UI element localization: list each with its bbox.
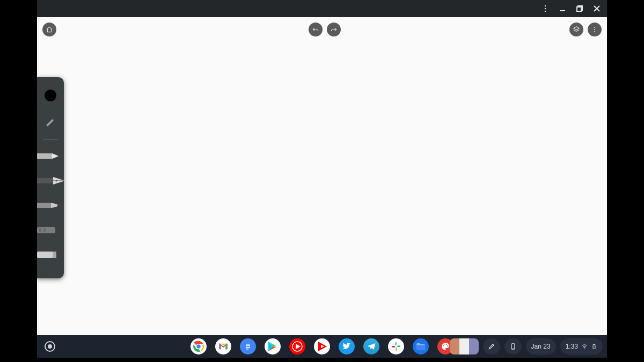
svg-rect-34 <box>246 349 248 350</box>
app-youtube-music[interactable] <box>289 338 305 354</box>
svg-point-1 <box>545 8 546 9</box>
svg-rect-14 <box>37 178 53 183</box>
fountain-pen-tool[interactable] <box>37 170 64 191</box>
app-chrome[interactable] <box>191 338 207 354</box>
svg-rect-21 <box>39 228 41 232</box>
svg-point-2 <box>545 11 546 12</box>
layers-button[interactable] <box>569 23 583 36</box>
chisel-tool[interactable] <box>37 219 64 241</box>
shelf-date: Jan 23 <box>531 343 551 350</box>
battery-icon <box>591 343 597 350</box>
window-restore-button[interactable] <box>575 4 584 13</box>
svg-rect-18 <box>37 203 51 208</box>
svg-point-11 <box>594 31 595 32</box>
tool-divider <box>43 139 58 140</box>
app-telegram[interactable] <box>363 338 379 354</box>
current-color-swatch <box>45 90 56 101</box>
date-pill[interactable]: Jan 23 <box>526 338 556 354</box>
canvas-menu-button[interactable] <box>588 23 602 36</box>
eraser-tool[interactable] <box>37 244 64 265</box>
redo-button[interactable] <box>327 23 341 36</box>
app-slack[interactable] <box>388 338 404 354</box>
svg-point-10 <box>594 29 595 30</box>
window-kebab-icon[interactable] <box>540 4 550 13</box>
svg-rect-31 <box>246 344 250 345</box>
svg-rect-23 <box>37 252 53 258</box>
app-youtube[interactable] <box>314 338 330 354</box>
launcher-button[interactable] <box>45 341 55 352</box>
svg-point-17 <box>56 180 57 182</box>
svg-point-46 <box>446 344 447 345</box>
svg-rect-43 <box>416 345 425 350</box>
svg-rect-29 <box>226 344 228 350</box>
pencil-tool[interactable] <box>37 110 64 134</box>
app-area: Jan 23 1:33 <box>37 0 607 362</box>
svg-point-47 <box>447 345 448 346</box>
app-files[interactable] <box>413 338 429 354</box>
svg-rect-52 <box>594 344 595 345</box>
svg-point-50 <box>584 348 584 349</box>
svg-marker-36 <box>296 344 301 349</box>
svg-rect-40 <box>397 345 400 347</box>
phone-hub-button[interactable] <box>504 338 522 354</box>
launcher-icon <box>48 344 52 349</box>
svg-rect-22 <box>43 228 46 232</box>
app-docs[interactable] <box>240 338 256 354</box>
app-twitter[interactable] <box>339 338 355 354</box>
svg-point-45 <box>444 344 445 345</box>
svg-point-9 <box>594 27 595 28</box>
svg-rect-51 <box>593 345 595 349</box>
letterbox: Jan 23 1:33 <box>0 0 644 362</box>
shelf-pinned-apps <box>191 338 453 354</box>
window-minimize-button[interactable] <box>558 4 567 13</box>
svg-rect-42 <box>392 346 395 348</box>
status-tray[interactable]: 1:33 <box>560 338 603 354</box>
stylus-tools-button[interactable] <box>483 338 500 354</box>
svg-rect-33 <box>246 347 250 348</box>
chromeos-shelf: Jan 23 1:33 <box>37 335 607 358</box>
marker-tool[interactable] <box>37 195 64 216</box>
home-button[interactable] <box>42 23 56 36</box>
svg-rect-28 <box>219 344 221 350</box>
tool-panel <box>37 77 64 278</box>
svg-point-0 <box>545 5 546 6</box>
app-gmail[interactable] <box>215 338 231 354</box>
shelf-status-area: Jan 23 1:33 <box>450 338 603 354</box>
svg-rect-39 <box>395 342 397 345</box>
app-play-store[interactable] <box>265 338 281 354</box>
svg-point-44 <box>443 345 444 346</box>
pen-tool[interactable] <box>37 145 64 167</box>
tote-preview[interactable] <box>450 338 479 354</box>
window-close-button[interactable] <box>592 4 602 13</box>
shelf-time: 1:33 <box>566 343 578 350</box>
svg-marker-19 <box>51 203 57 208</box>
undo-button[interactable] <box>309 23 323 36</box>
svg-rect-24 <box>53 252 56 258</box>
canvas-surface[interactable] <box>37 17 607 335</box>
svg-rect-5 <box>577 7 581 11</box>
svg-rect-30 <box>244 342 252 351</box>
svg-marker-13 <box>52 153 58 159</box>
wifi-icon <box>581 343 588 350</box>
window-titlebar <box>37 0 607 17</box>
color-picker-button[interactable] <box>37 84 64 107</box>
svg-rect-32 <box>246 345 250 346</box>
svg-rect-41 <box>396 348 397 351</box>
